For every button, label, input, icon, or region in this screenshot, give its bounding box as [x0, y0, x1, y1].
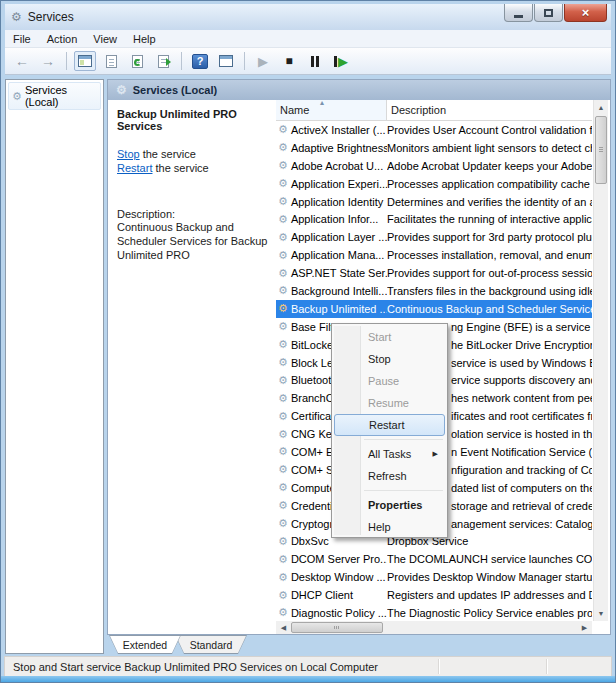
- service-description-cell: Provides Desktop Window Manager startup …: [387, 571, 592, 583]
- start-service-button[interactable]: ▶: [252, 51, 274, 71]
- title-bar[interactable]: ⚙ Services ×: [5, 4, 611, 30]
- restart-service-icon: ▶: [334, 55, 348, 68]
- menu-view[interactable]: View: [85, 31, 125, 47]
- scroll-left-icon[interactable]: ◀: [276, 621, 291, 634]
- stop-service-link[interactable]: Stop: [117, 148, 140, 160]
- forward-button[interactable]: →: [37, 51, 59, 71]
- sort-ascending-icon: ▴: [320, 100, 324, 107]
- menu-item-label: Properties: [368, 499, 422, 511]
- menu-item-label: Resume: [368, 397, 409, 409]
- table-row[interactable]: ⚙DCOM Server Pro...The DCOMLAUNCH servic…: [276, 550, 592, 568]
- context-menu-item-stop[interactable]: Stop: [334, 348, 445, 370]
- scroll-right-icon[interactable]: ▶: [577, 621, 592, 634]
- menu-help[interactable]: Help: [125, 31, 164, 47]
- restart-service-link[interactable]: Restart: [117, 162, 152, 174]
- pause-service-icon: [311, 56, 319, 67]
- minimize-button[interactable]: [504, 4, 533, 22]
- service-gear-icon: ⚙: [278, 572, 288, 583]
- status-divider: [546, 659, 547, 674]
- context-menu-item-restart[interactable]: Restart: [334, 414, 445, 436]
- horizontal-scroll-thumb[interactable]: [291, 622, 383, 633]
- service-gear-icon: ⚙: [278, 518, 288, 529]
- service-gear-icon: ⚙: [278, 285, 288, 296]
- service-gear-icon: ⚙: [278, 196, 288, 207]
- context-menu-item-all-tasks[interactable]: All Tasks▶: [334, 443, 445, 465]
- table-row[interactable]: ⚙Adaptive BrightnessMonitors ambient lig…: [276, 139, 592, 157]
- service-gear-icon: ⚙: [278, 482, 288, 493]
- tab-extended[interactable]: Extended: [109, 635, 181, 654]
- close-button[interactable]: ×: [564, 4, 607, 22]
- show-console-tree-button[interactable]: [74, 51, 96, 71]
- service-name: ActiveX Installer (...: [291, 124, 386, 136]
- show-action-pane-button[interactable]: [215, 51, 237, 71]
- table-row[interactable]: ⚙Background Intelli...Transfers files in…: [276, 282, 592, 300]
- column-header-name[interactable]: Name ▴: [276, 100, 387, 120]
- service-name: Application Identity: [291, 196, 383, 208]
- table-row[interactable]: ⚙ActiveX Installer (...Provides User Acc…: [276, 121, 592, 139]
- column-header-description[interactable]: Description: [387, 100, 592, 120]
- service-gear-icon: ⚙: [278, 303, 288, 314]
- maximize-button[interactable]: [534, 4, 563, 22]
- service-description-cell: Transfers files in the background using …: [387, 285, 592, 297]
- table-row[interactable]: ⚙ASP.NET State Ser...Provides support fo…: [276, 264, 592, 282]
- service-name: DHCP Client: [291, 589, 353, 601]
- restart-service-button[interactable]: ▶: [330, 51, 352, 71]
- menu-action[interactable]: Action: [39, 31, 86, 47]
- action-pane-icon: [219, 55, 233, 67]
- panel-header-label: Services (Local): [133, 84, 217, 96]
- service-gear-icon: ⚙: [278, 214, 288, 225]
- refresh-icon: [132, 55, 143, 68]
- stop-service-button[interactable]: ■: [278, 51, 300, 71]
- table-row[interactable]: ⚙Application IdentityDetermines and veri…: [276, 193, 592, 211]
- vertical-scroll-thumb[interactable]: [595, 116, 607, 184]
- properties-button[interactable]: [100, 51, 122, 71]
- scroll-up-icon[interactable]: ▲: [594, 100, 608, 115]
- service-name: Backup Unlimited ...: [291, 303, 387, 315]
- service-name: DbxSvc: [291, 535, 329, 547]
- help-button[interactable]: ?: [189, 51, 211, 71]
- service-gear-icon: ⚙: [278, 339, 288, 350]
- service-name: Adaptive Brightness: [291, 142, 387, 154]
- export-list-button[interactable]: [152, 51, 174, 71]
- table-row[interactable]: ⚙Application Mana...Processes installati…: [276, 246, 592, 264]
- service-description-cell: Provides support for 3rd party protocol …: [387, 231, 592, 243]
- service-gear-icon: ⚙: [278, 554, 288, 565]
- stop-service-line: Stop the service: [117, 148, 269, 160]
- pause-service-button[interactable]: [304, 51, 326, 71]
- table-row[interactable]: ⚙DHCP ClientRegisters and updates IP add…: [276, 586, 592, 604]
- service-gear-icon: ⚙: [278, 429, 288, 440]
- refresh-button[interactable]: [126, 51, 148, 71]
- table-row[interactable]: ⚙Diagnostic Policy ...The Diagnostic Pol…: [276, 604, 592, 621]
- service-gear-icon: ⚙: [278, 464, 288, 475]
- context-menu-item-refresh[interactable]: Refresh: [334, 465, 445, 487]
- tree-item-services-local[interactable]: ⚙ Services (Local): [8, 82, 101, 110]
- menu-item-label: Refresh: [368, 470, 407, 482]
- context-menu-item-properties[interactable]: Properties: [334, 494, 445, 516]
- service-gear-icon: ⚙: [278, 393, 288, 404]
- context-menu-item-help[interactable]: Help: [334, 516, 445, 538]
- menu-item-label: All Tasks: [368, 448, 411, 460]
- start-service-icon: ▶: [258, 55, 268, 68]
- service-gear-icon: ⚙: [278, 357, 288, 368]
- scroll-down-icon[interactable]: ▼: [594, 606, 608, 621]
- restart-line-rest: the service: [152, 162, 208, 174]
- service-gear-icon: ⚙: [278, 232, 288, 243]
- service-gear-icon: ⚙: [278, 375, 288, 386]
- service-name: BitLocker: [291, 339, 337, 351]
- table-row[interactable]: ⚙Application Layer ...Provides support f…: [276, 228, 592, 246]
- vertical-scrollbar[interactable]: ▲ ▼: [593, 100, 608, 621]
- table-row[interactable]: ⚙Desktop Window ...Provides Desktop Wind…: [276, 568, 592, 586]
- tab-standard[interactable]: Standard: [175, 635, 247, 654]
- services-window: ⚙ Services × File Action View Help ← → ?…: [0, 0, 616, 683]
- table-row[interactable]: ⚙Backup Unlimited ...Continuous Backup a…: [276, 300, 592, 318]
- horizontal-scrollbar[interactable]: ◀ ▶: [276, 621, 592, 634]
- table-row[interactable]: ⚙Adobe Acrobat U...Adobe Acrobat Updater…: [276, 157, 592, 175]
- menu-file[interactable]: File: [5, 31, 39, 47]
- service-name: Cryptogr: [291, 518, 333, 530]
- back-button[interactable]: ←: [11, 51, 33, 71]
- service-name: Certificat: [291, 410, 334, 422]
- table-row[interactable]: ⚙Application Infor...Facilitates the run…: [276, 210, 592, 228]
- service-name: Application Mana...: [291, 249, 385, 261]
- help-icon: ?: [192, 54, 208, 69]
- table-row[interactable]: ⚙Application Experi...Processes applicat…: [276, 175, 592, 193]
